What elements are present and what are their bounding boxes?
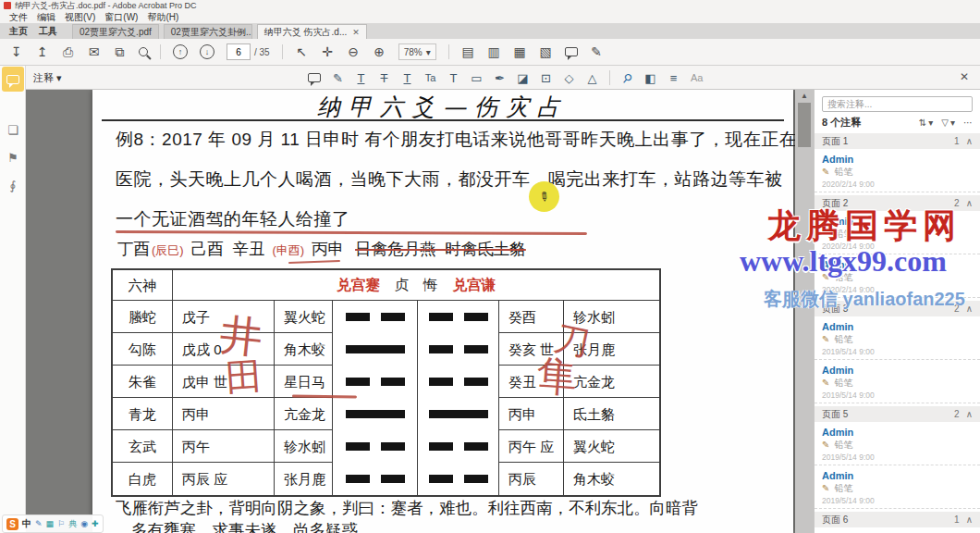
text-box-icon[interactable]: ▭ [471, 71, 483, 85]
comment-card[interactable]: Admin✎铅笔2019/5/14 9:00 [815, 527, 980, 533]
sticky-note-icon[interactable] [308, 73, 321, 82]
page-group-header[interactable]: 页面 22∧ [815, 195, 980, 211]
select-tool-icon[interactable]: ↖ [295, 44, 309, 59]
tab-home[interactable]: 主页 [9, 23, 28, 39]
snapshot-icon[interactable]: ⧉ [113, 44, 127, 60]
tab-bar: 主页 工具 02贾里穿六爻.pdf02贾里穿六爻卦例...纳甲六爻 伤灾占.d.… [0, 23, 980, 39]
shapes-icon[interactable]: ◇ [563, 71, 575, 85]
page-number-input[interactable] [227, 43, 251, 60]
draw-pen-icon[interactable]: ✒ [494, 71, 506, 85]
keep-tool-pin-icon[interactable]: ⚲ [619, 68, 637, 87]
pencil-icon[interactable]: ✎ [590, 44, 604, 59]
comment-card[interactable]: Admin✎铅笔2019/5/14 9:00 [815, 316, 980, 360]
zoom-level-dropdown[interactable]: 78% ▾ [398, 43, 436, 60]
ime-tools-icon[interactable]: ✚ [92, 519, 99, 528]
hand-tool-icon[interactable]: ✛ [321, 44, 335, 59]
comment-timestamp: 2020/2/14 9:00 [822, 285, 973, 294]
cell-left-star: 翼火蛇 [275, 301, 333, 333]
zoom-out-icon[interactable]: ⊖ [347, 44, 361, 59]
strikethrough-text-icon[interactable]: T [378, 71, 390, 85]
collapse-icon[interactable]: ∧ [966, 409, 973, 419]
comment-card[interactable]: Admin✎铅笔2020/2/14 9:00 [815, 254, 980, 298]
comment-card[interactable]: Admin✎铅笔2020/2/14 9:00 [815, 149, 980, 192]
document-tab[interactable]: 02贾里穿六爻卦例... [164, 24, 252, 39]
menu-item[interactable]: 视图(V) [65, 12, 95, 22]
eraser-icon[interactable]: ◪ [517, 71, 529, 85]
scrolling-view-icon[interactable]: ▥ [487, 44, 501, 59]
pencil-icon: ✎ [822, 377, 829, 389]
hexagram-line-solid [333, 398, 417, 430]
comment-card[interactable]: Admin✎铅笔2019/5/14 9:00 [815, 465, 980, 509]
insert-text-icon[interactable]: T [401, 71, 413, 85]
page-group-header[interactable]: 页面 32∧ [815, 301, 980, 316]
collapse-icon[interactable]: ∧ [966, 198, 973, 208]
sort-comments-icon[interactable]: ⇅▾ [919, 118, 933, 128]
input-mode-label[interactable]: 中 [22, 517, 31, 530]
share-icon[interactable]: ↥ [35, 44, 49, 59]
stamp-icon[interactable]: ⊡ [540, 71, 552, 85]
search-icon[interactable] [139, 47, 148, 56]
ime-pen-icon[interactable]: ✎ [35, 519, 43, 528]
filter-comments-icon[interactable]: ▽▾ [941, 118, 955, 128]
comment-card[interactable]: Admin✎铅笔2019/5/14 9:00 [815, 360, 980, 403]
polygon-icon[interactable]: △ [586, 71, 598, 85]
fill-color-icon[interactable]: ◧ [644, 71, 656, 85]
menu-item[interactable]: 文件 [9, 12, 28, 22]
attachments-icon[interactable]: ∮ [0, 179, 26, 192]
page-group-header[interactable]: 页面 52∧ [815, 406, 980, 422]
ime-mic-icon[interactable]: ◉ [80, 519, 88, 528]
next-page-icon[interactable]: ↓ [200, 44, 214, 59]
bookmarks-icon[interactable]: ⚑ [0, 151, 26, 165]
email-icon[interactable]: ✉ [87, 44, 101, 59]
close-toolbar-icon[interactable]: ✕ [960, 70, 969, 83]
text-style-icon[interactable]: Aa [691, 72, 703, 83]
scroll-up-icon[interactable]: ▲ [795, 92, 814, 100]
collapse-icon[interactable]: ∧ [966, 514, 973, 525]
comment-menu[interactable]: 注释 ▾ [33, 66, 62, 90]
page-group-count: 1 [954, 514, 960, 525]
page-group-header[interactable]: 页面 61∧ [815, 512, 980, 527]
toolbar-divider [609, 70, 610, 85]
comment-card[interactable]: Admin✎铅笔2020/2/14 9:00 [815, 211, 980, 254]
print-icon[interactable]: ⎙ [61, 44, 75, 60]
comments-header: 8 个注释 ⇅▾ ▽▾ ⋯ [822, 116, 973, 130]
document-tab[interactable]: 02贾里穿六爻.pdf [72, 24, 159, 39]
page-group-header[interactable]: 页面 11∧ [815, 133, 980, 149]
search-comments-input[interactable] [822, 96, 973, 112]
tab-tools[interactable]: 工具 [39, 23, 57, 39]
single-page-view-icon[interactable]: ▤ [461, 44, 475, 59]
sogou-logo-icon[interactable]: S [6, 518, 18, 530]
underline-text-icon[interactable]: T [355, 71, 367, 85]
page-thumbnails-icon[interactable]: ❏ [0, 123, 26, 137]
tab-close-icon[interactable]: ✕ [352, 28, 360, 37]
hexagram-line-broken [418, 463, 498, 495]
collapse-icon[interactable]: ∧ [966, 304, 973, 314]
save-icon[interactable]: ↧ [9, 44, 23, 59]
scrollbar-thumb[interactable] [798, 103, 811, 147]
document-scrollbar[interactable]: ▲ [795, 90, 814, 533]
toolbar-divider [448, 44, 449, 59]
pencil-icon: ✎ [822, 482, 829, 494]
ime-keyboard-icon[interactable]: ▦ [46, 519, 55, 528]
ime-dict-icon[interactable]: 典 [68, 518, 77, 530]
sogou-input-bar[interactable]: S 中 ✎ ▦ ⚐ 典 ◉ ✚ [2, 514, 104, 533]
ime-flag-icon[interactable]: ⚐ [57, 519, 65, 528]
line-thickness-icon[interactable]: ≡ [668, 71, 680, 85]
document-tab[interactable]: 纳甲六爻 伤灾占.d...✕ [257, 24, 367, 39]
comments-panel-toggle[interactable] [2, 67, 24, 92]
menu-item[interactable]: 帮助(H) [147, 12, 178, 22]
add-text-icon[interactable]: T [447, 71, 459, 85]
zoom-in-icon[interactable]: ⊕ [373, 44, 386, 59]
comment-icon[interactable] [565, 47, 578, 56]
previous-page-icon[interactable]: ↑ [173, 44, 188, 59]
hexagram-line-solid [418, 398, 498, 430]
highlighter-icon[interactable]: ✎ [332, 71, 344, 85]
menu-item[interactable]: 窗口(W) [104, 12, 138, 22]
collapse-icon[interactable]: ∧ [966, 136, 973, 146]
fit-width-view-icon[interactable]: ▧ [539, 44, 553, 59]
replace-text-icon[interactable]: Ta [424, 72, 436, 83]
comment-card[interactable]: Admin✎铅笔2019/5/14 9:00 [815, 422, 980, 465]
more-options-icon[interactable]: ⋯ [963, 118, 973, 128]
menu-item[interactable]: 编辑 [37, 12, 55, 22]
two-page-view-icon[interactable]: ▦ [513, 44, 527, 59]
